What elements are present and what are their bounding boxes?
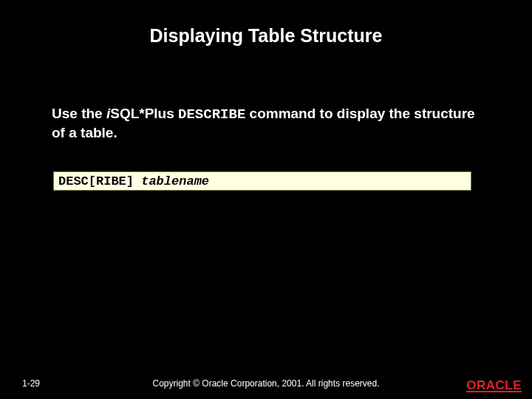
code-keyword: DESC[RIBE] — [58, 174, 141, 188]
copyright-text: Copyright © Oracle Corporation, 2001. Al… — [0, 378, 532, 389]
body-pre: Use the — [52, 106, 106, 121]
slide-title: Displaying Table Structure — [0, 25, 532, 47]
describe-command: DESCRIBE — [178, 106, 245, 123]
oracle-logo-text: ORACLE — [466, 378, 522, 393]
slide: Displaying Table Structure Use the iSQL*… — [0, 0, 532, 399]
code-argument: tablename — [141, 174, 209, 188]
oracle-logo: ORACLE — [466, 378, 522, 393]
footer: 1-29 Copyright © Oracle Corporation, 200… — [0, 368, 532, 399]
syntax-box: DESC[RIBE] tablename — [53, 171, 471, 191]
body-text: Use the iSQL*Plus DESCRIBE command to di… — [52, 105, 488, 142]
isqlplus-rest: SQL*Plus — [110, 106, 178, 121]
